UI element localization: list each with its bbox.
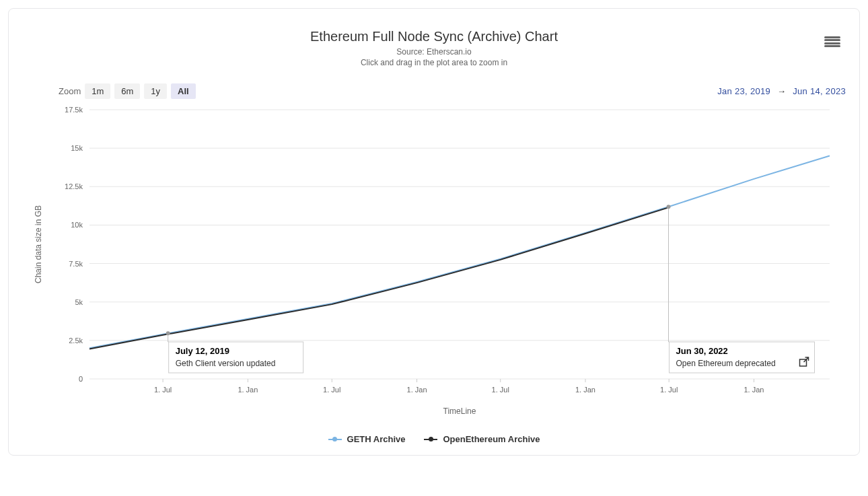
legend-label-geth: GETH Archive xyxy=(347,434,406,444)
legend-swatch-oe xyxy=(424,439,437,440)
chart-hint: Click and drag in the plot area to zoom … xyxy=(22,58,846,67)
svg-text:7.5k: 7.5k xyxy=(69,260,83,268)
chart-plot-area[interactable]: 02.5k5k7.5k10k12.5k15k17.5k1. Jul1. Jan1… xyxy=(22,103,846,426)
svg-text:10k: 10k xyxy=(71,221,83,229)
zoom-label: Zoom xyxy=(59,86,81,96)
svg-text:5k: 5k xyxy=(75,298,83,306)
svg-text:0: 0 xyxy=(79,375,83,383)
legend-item-geth[interactable]: GETH Archive xyxy=(328,434,406,444)
svg-point-34 xyxy=(166,331,170,335)
legend-label-oe: OpenEthereum Archive xyxy=(443,434,540,444)
chart-card: Ethereum Full Node Sync (Archive) Chart … xyxy=(8,8,860,456)
chart-title: Ethereum Full Node Sync (Archive) Chart xyxy=(22,29,846,44)
svg-text:Chain data size in GB: Chain data size in GB xyxy=(34,205,43,283)
chart-legend: GETH Archive OpenEthereum Archive xyxy=(22,434,846,444)
date-to: Jun 14, 2023 xyxy=(793,86,846,96)
svg-text:15k: 15k xyxy=(71,144,83,152)
zoom-1m-button[interactable]: 1m xyxy=(85,83,110,99)
svg-text:1. Jul: 1. Jul xyxy=(492,386,509,394)
svg-text:TimeLine: TimeLine xyxy=(443,406,476,416)
svg-point-38 xyxy=(667,205,671,209)
svg-text:July 12, 2019: July 12, 2019 xyxy=(176,346,229,356)
chart-svg: 02.5k5k7.5k10k12.5k15k17.5k1. Jul1. Jan1… xyxy=(22,103,836,426)
svg-text:12.5k: 12.5k xyxy=(65,182,83,190)
zoom-6m-button[interactable]: 6m xyxy=(114,83,140,99)
svg-text:1. Jan: 1. Jan xyxy=(407,386,427,394)
svg-text:2.5k: 2.5k xyxy=(69,336,83,345)
svg-text:1. Jan: 1. Jan xyxy=(575,386,595,394)
svg-text:1. Jul: 1. Jul xyxy=(660,386,678,394)
svg-text:1. Jan: 1. Jan xyxy=(744,386,764,394)
svg-text:1. Jul: 1. Jul xyxy=(154,386,172,394)
arrow-right-icon: → xyxy=(777,86,786,96)
date-from: Jan 23, 2019 xyxy=(717,86,770,96)
chart-menu-icon[interactable] xyxy=(824,34,840,49)
svg-text:Jun 30, 2022: Jun 30, 2022 xyxy=(676,346,728,356)
svg-text:1. Jan: 1. Jan xyxy=(238,386,258,394)
date-range[interactable]: Jan 23, 2019 → Jun 14, 2023 xyxy=(717,86,846,96)
zoom-1y-button[interactable]: 1y xyxy=(144,83,167,99)
svg-text:Open Ethereum deprecated: Open Ethereum deprecated xyxy=(676,359,776,368)
legend-item-oe[interactable]: OpenEthereum Archive xyxy=(424,434,540,444)
chart-source: Source: Etherscan.io xyxy=(22,47,846,57)
zoom-group: Zoom 1m 6m 1y All xyxy=(59,83,196,99)
chart-controls: Zoom 1m 6m 1y All Jan 23, 2019 → Jun 14,… xyxy=(59,83,846,99)
zoom-all-button[interactable]: All xyxy=(171,83,196,99)
svg-text:1. Jul: 1. Jul xyxy=(323,386,340,394)
legend-swatch-geth xyxy=(328,439,342,440)
svg-text:17.5k: 17.5k xyxy=(65,106,83,114)
svg-text:Geth Client version updated: Geth Client version updated xyxy=(176,359,276,368)
